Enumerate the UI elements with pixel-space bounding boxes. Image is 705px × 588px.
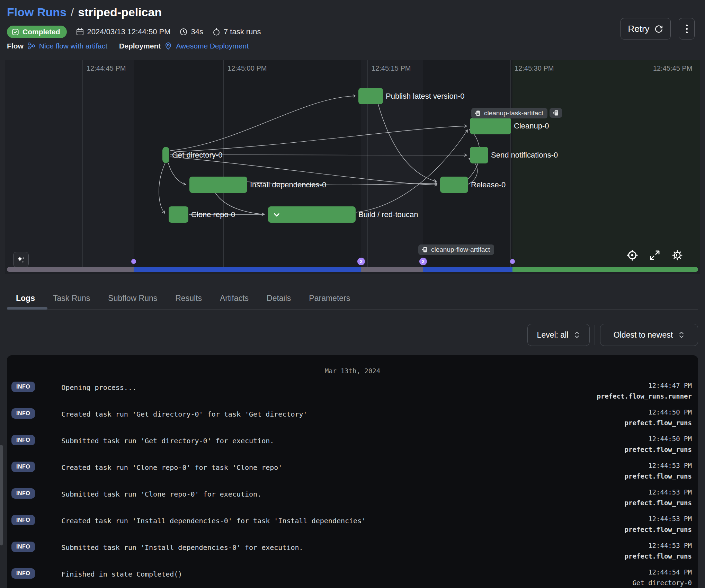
- minimap-marker-count[interactable]: 2: [419, 258, 427, 265]
- timeline-scrubber[interactable]: [7, 267, 698, 272]
- check-square-icon: [11, 28, 19, 36]
- deployment-link[interactable]: Awesome Deployment: [176, 42, 249, 50]
- log-level-badge: INFO: [11, 462, 35, 472]
- log-row[interactable]: INFO Opening process... 12:44:47 PM pref…: [7, 377, 698, 404]
- artifact-icon: [474, 110, 481, 117]
- log-sort-value: Oldest to newest: [614, 330, 673, 340]
- log-level-badge: INFO: [11, 382, 35, 392]
- scrub-segment-running: [423, 267, 512, 272]
- log-level-value: Level: all: [537, 330, 569, 340]
- select-chevrons-icon: [678, 331, 685, 339]
- task-node-publish-latest-version[interactable]: Publish latest version-0: [358, 88, 383, 104]
- log-message: Created task run 'Get directory-0' for t…: [61, 408, 624, 418]
- log-row[interactable]: INFO Submitted task run 'Clone repo-0' f…: [7, 484, 698, 511]
- task-node-release[interactable]: Release-0: [440, 177, 468, 193]
- log-message: Finished in state Completed(): [61, 568, 624, 578]
- log-date-label: Mar 13th, 2024: [325, 367, 380, 375]
- artifact-badge-cleanup-flow[interactable]: cleanup-flow-artifact: [418, 244, 494, 255]
- log-row[interactable]: INFO Finished in state Completed() 12:44…: [7, 564, 698, 588]
- log-logger: prefect.flow_runs: [625, 552, 692, 560]
- task-icon: [212, 28, 221, 36]
- task-run-count-value: 7 task runs: [224, 27, 261, 36]
- task-run-count: 7 task runs: [212, 27, 261, 36]
- log-timestamp: 12:44:50 PM: [625, 435, 692, 443]
- log-logger: prefect.flow_runs.runner: [597, 392, 692, 400]
- tab-subflow-runs[interactable]: Subflow Runs: [99, 289, 166, 308]
- recenter-target-icon[interactable]: [626, 249, 639, 261]
- log-level-badge: INFO: [11, 488, 35, 499]
- fullscreen-icon[interactable]: [649, 249, 661, 261]
- minimap-count: 2: [360, 259, 363, 264]
- sparkles-icon: [16, 255, 26, 265]
- artifact-icon: [552, 109, 559, 116]
- graph-settings-gear-icon[interactable]: [671, 249, 684, 261]
- deployment-pin-icon: [164, 42, 172, 50]
- log-level-badge: INFO: [11, 515, 35, 525]
- artifact-badge-label: cleanup-flow-artifact: [431, 246, 490, 253]
- log-message: Created task run 'Install dependencies-0…: [61, 515, 624, 525]
- breadcrumb-separator: /: [71, 6, 74, 19]
- flow-run-graph[interactable]: 12:44:45 PM 12:45:00 PM 12:45:15 PM 12:4…: [5, 60, 700, 274]
- task-node-clone-repo[interactable]: Clone repo-0: [169, 206, 188, 223]
- log-row[interactable]: INFO Created task run 'Get directory-0' …: [7, 404, 698, 431]
- flow-icon: [27, 42, 36, 50]
- active-tab-indicator: [7, 307, 47, 310]
- flow-link[interactable]: Nice flow with artifact: [39, 42, 107, 50]
- scrub-segment-running: [134, 267, 361, 272]
- tab-parameters[interactable]: Parameters: [300, 289, 359, 308]
- task-node-label: Send notifications-0: [491, 151, 558, 160]
- log-level-badge: INFO: [11, 542, 35, 552]
- log-row[interactable]: INFO Submitted task run 'Install depende…: [7, 537, 698, 564]
- tab-details[interactable]: Details: [258, 289, 300, 308]
- task-node-install-dependencies[interactable]: Install dependencies-0: [189, 177, 247, 193]
- tab-logs[interactable]: Logs: [7, 289, 44, 308]
- calendar-icon: [76, 28, 84, 36]
- flow-deployment-row: Flow Nice flow with artifact Deployment …: [7, 42, 249, 50]
- status-label: Completed: [23, 28, 60, 36]
- minimap-marker[interactable]: [510, 259, 515, 264]
- task-node-cleanup[interactable]: Cleanup-0: [470, 118, 511, 134]
- select-chevrons-icon: [574, 331, 580, 339]
- start-time: 2024/03/13 12:44:50 PM: [76, 27, 171, 36]
- breadcrumb-flow-runs-link[interactable]: Flow Runs: [7, 6, 66, 19]
- scrub-segment-completed: [512, 267, 698, 272]
- tab-results[interactable]: Results: [166, 289, 211, 308]
- task-node-get-directory[interactable]: Get directory-0: [162, 147, 169, 163]
- artifact-badge-cleanup-task[interactable]: cleanup-task-artifact: [471, 108, 547, 118]
- chevron-down-icon[interactable]: [272, 210, 281, 219]
- tab-artifacts[interactable]: Artifacts: [211, 289, 258, 308]
- tab-task-runs[interactable]: Task Runs: [44, 289, 99, 308]
- graph-ai-button[interactable]: [13, 252, 29, 267]
- task-node-send-notifications[interactable]: Send notifications-0: [470, 147, 488, 163]
- log-row[interactable]: INFO Created task run 'Clone repo-0' for…: [7, 457, 698, 484]
- minimap-marker-count[interactable]: 2: [357, 258, 365, 265]
- log-timestamp: 12:44:50 PM: [625, 408, 692, 416]
- retry-button[interactable]: Retry: [621, 18, 671, 39]
- log-logger: prefect.flow_runs: [625, 446, 692, 453]
- graph-controls: [626, 249, 684, 261]
- page-scrollbar-thumb[interactable]: [0, 445, 3, 545]
- log-timestamp: 12:44:54 PM: [625, 568, 692, 576]
- log-timestamp: 12:44:53 PM: [625, 515, 692, 523]
- log-timestamp: 12:44:53 PM: [625, 462, 692, 469]
- log-sort-select[interactable]: Oldest to newest: [600, 324, 698, 346]
- breadcrumb: Flow Runs / striped-pelican: [7, 6, 162, 19]
- artifact-badge-extra[interactable]: [550, 108, 562, 118]
- log-row[interactable]: INFO Submitted task run 'Get directory-0…: [7, 431, 698, 457]
- detail-tabs: Logs Task Runs Subflow Runs Results Arti…: [7, 289, 359, 308]
- log-row[interactable]: INFO Created task run 'Install dependenc…: [7, 511, 698, 537]
- log-level-badge: INFO: [11, 435, 35, 445]
- log-level-badge: INFO: [11, 408, 35, 419]
- log-task-name: Get directory-0: [625, 579, 692, 587]
- more-actions-button[interactable]: [679, 18, 695, 39]
- task-node-label: Install dependencies-0: [250, 180, 326, 189]
- log-logger: prefect.flow_runs: [625, 472, 692, 480]
- subflow-node-build[interactable]: Build / red-toucan: [268, 206, 356, 223]
- log-timestamp: 12:44:53 PM: [625, 488, 692, 496]
- log-level-badge: INFO: [11, 568, 35, 579]
- log-message: Created task run 'Clone repo-0' for task…: [61, 462, 624, 472]
- log-date-divider: Mar 13th, 2024: [12, 367, 693, 375]
- log-level-select[interactable]: Level: all: [527, 324, 590, 346]
- scrub-segment-idle: [361, 267, 423, 272]
- minimap-marker[interactable]: [131, 259, 136, 264]
